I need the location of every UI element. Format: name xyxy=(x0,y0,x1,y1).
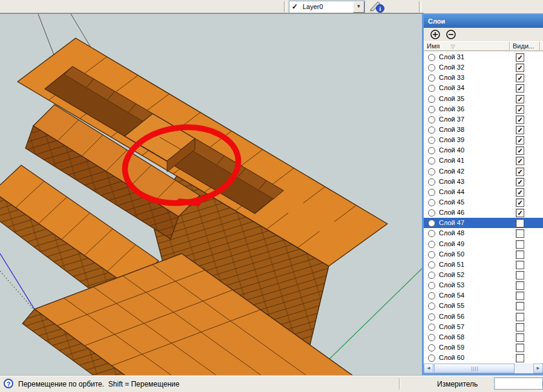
scrollbar-thumb[interactable] xyxy=(434,364,515,373)
current-layer-radio[interactable] xyxy=(428,64,435,71)
layer-visibility-checkbox[interactable]: ✓ xyxy=(516,146,524,155)
layer-row[interactable]: Слой 52 xyxy=(424,270,543,280)
layer-visibility-checkbox[interactable]: ✓ xyxy=(516,74,524,82)
layer-visibility-checkbox[interactable] xyxy=(516,292,524,300)
layer-visibility-checkbox[interactable]: ✓ xyxy=(516,116,524,124)
layer-row[interactable]: Слой 56 xyxy=(424,312,543,322)
current-layer-radio[interactable] xyxy=(428,147,435,154)
layer-row[interactable]: Слой 49 xyxy=(424,239,543,249)
layer-visibility-checkbox[interactable]: ✓ xyxy=(516,209,524,217)
layer-row[interactable]: Слой 39 ✓ xyxy=(424,135,543,145)
layer-visibility-checkbox[interactable] xyxy=(516,313,524,321)
current-layer-radio[interactable] xyxy=(428,334,435,341)
layer-row[interactable]: Слой 37 ✓ xyxy=(424,114,543,125)
layer-row[interactable]: Слой 40 ✓ xyxy=(424,145,543,155)
layer-visibility-checkbox[interactable] xyxy=(516,219,524,227)
layer-visibility-checkbox[interactable]: ✓ xyxy=(516,136,524,145)
layer-visibility-checkbox[interactable]: ✓ xyxy=(516,95,524,103)
current-layer-radio[interactable] xyxy=(428,96,435,103)
layer-row[interactable]: Слой 35 ✓ xyxy=(424,94,543,104)
layer-row[interactable]: Слой 41 ✓ xyxy=(424,155,543,166)
current-layer-radio[interactable] xyxy=(428,282,435,289)
layer-row[interactable]: Слой 36 ✓ xyxy=(424,104,543,114)
layer-row[interactable]: Слой 53 xyxy=(424,280,543,290)
layers-panel-titlebar[interactable]: Слои xyxy=(424,13,543,28)
current-layer-radio[interactable] xyxy=(428,106,435,113)
help-icon[interactable]: ? xyxy=(4,379,13,388)
current-layer-radio[interactable] xyxy=(428,313,435,321)
layer-visibility-checkbox[interactable]: ✓ xyxy=(516,53,524,62)
layer-visibility-checkbox[interactable]: ✓ xyxy=(516,64,524,72)
horizontal-scrollbar[interactable]: ◄ ► xyxy=(424,364,543,373)
layer-visibility-checkbox[interactable]: ✓ xyxy=(516,168,524,176)
layer-visibility-checkbox[interactable]: ✓ xyxy=(516,157,524,165)
current-layer-radio[interactable] xyxy=(428,324,435,331)
current-layer-radio[interactable] xyxy=(428,85,435,92)
layer-visibility-checkbox[interactable] xyxy=(516,229,524,238)
layer-row[interactable]: Слой 51 xyxy=(424,260,543,270)
current-layer-radio[interactable] xyxy=(428,157,435,165)
layer-row[interactable]: Слой 31 ✓ xyxy=(424,52,543,62)
layer-row[interactable]: Слой 43 ✓ xyxy=(424,177,543,187)
layer-visibility-checkbox[interactable] xyxy=(516,240,524,249)
current-layer-radio[interactable] xyxy=(428,189,435,196)
add-layer-button[interactable] xyxy=(430,29,441,40)
layer-visibility-checkbox[interactable] xyxy=(516,302,524,310)
layer-visibility-checkbox[interactable]: ✓ xyxy=(516,178,524,186)
entity-info-tool-button[interactable]: i xyxy=(368,0,386,13)
current-layer-radio[interactable] xyxy=(428,292,435,299)
layer-visibility-checkbox[interactable] xyxy=(516,344,524,352)
layer-visibility-checkbox[interactable] xyxy=(516,333,524,342)
layer-row[interactable]: Слой 45 ✓ xyxy=(424,197,543,207)
current-layer-radio[interactable] xyxy=(428,74,435,82)
current-layer-radio[interactable] xyxy=(428,261,435,269)
current-layer-radio[interactable] xyxy=(428,241,435,248)
column-header-color[interactable]: Ц xyxy=(540,41,543,51)
current-layer-radio[interactable] xyxy=(428,230,435,237)
current-layer-radio[interactable] xyxy=(428,168,435,175)
current-layer-radio[interactable] xyxy=(428,199,435,206)
layer-visibility-checkbox[interactable] xyxy=(516,323,524,332)
layer-row[interactable]: Слой 46 ✓ xyxy=(424,207,543,218)
layer-row[interactable]: Слой 42 ✓ xyxy=(424,166,543,177)
layer-row[interactable]: Слой 58 xyxy=(424,332,543,342)
layer-row[interactable]: Слой 48 xyxy=(424,228,543,238)
current-layer-radio[interactable] xyxy=(428,354,435,362)
layer-row[interactable]: Слой 59 xyxy=(424,342,543,353)
layer-row[interactable]: Слой 55 xyxy=(424,301,543,311)
scroll-right-button[interactable]: ► xyxy=(533,364,543,373)
layer-row[interactable]: Слой 54 xyxy=(424,290,543,301)
current-layer-radio[interactable] xyxy=(428,344,435,351)
layer-visibility-checkbox[interactable] xyxy=(516,250,524,259)
layer-row[interactable]: Слой 38 ✓ xyxy=(424,125,543,135)
layer-row[interactable]: Слой 32 ✓ xyxy=(424,62,543,73)
remove-layer-button[interactable] xyxy=(446,29,456,40)
column-header-visible[interactable]: Види... xyxy=(510,41,540,51)
measurements-input[interactable] xyxy=(494,377,543,390)
layer-visibility-checkbox[interactable] xyxy=(516,261,524,269)
layer-visibility-checkbox[interactable]: ✓ xyxy=(516,105,524,114)
layer-visibility-checkbox[interactable] xyxy=(516,281,524,290)
layer-row[interactable]: Слой 44 ✓ xyxy=(424,187,543,197)
layer-visibility-checkbox[interactable]: ✓ xyxy=(516,198,524,207)
layer-visibility-checkbox[interactable] xyxy=(516,354,524,362)
current-layer-radio[interactable] xyxy=(428,272,435,279)
layer-dropdown[interactable]: ✓ Layer0 ▼ xyxy=(289,1,365,13)
layer-row[interactable]: Слой 47 xyxy=(424,218,543,228)
current-layer-radio[interactable] xyxy=(428,251,435,258)
layer-visibility-checkbox[interactable]: ✓ xyxy=(516,126,524,134)
layer-row[interactable]: Слой 60 xyxy=(424,353,543,363)
current-layer-radio[interactable] xyxy=(428,302,435,310)
current-layer-radio[interactable] xyxy=(428,178,435,186)
layer-row[interactable]: Слой 34 ✓ xyxy=(424,83,543,93)
current-layer-radio[interactable] xyxy=(428,126,435,134)
layer-row[interactable]: Слой 50 xyxy=(424,249,543,260)
current-layer-radio[interactable] xyxy=(428,54,435,61)
current-layer-radio[interactable] xyxy=(428,137,435,144)
current-layer-radio[interactable] xyxy=(428,209,435,217)
layer-row[interactable]: Слой 57 xyxy=(424,322,543,332)
scroll-left-button[interactable]: ◄ xyxy=(424,364,433,373)
layer-visibility-checkbox[interactable]: ✓ xyxy=(516,84,524,93)
current-layer-radio[interactable] xyxy=(428,116,435,123)
modeling-viewport[interactable] xyxy=(0,13,424,376)
